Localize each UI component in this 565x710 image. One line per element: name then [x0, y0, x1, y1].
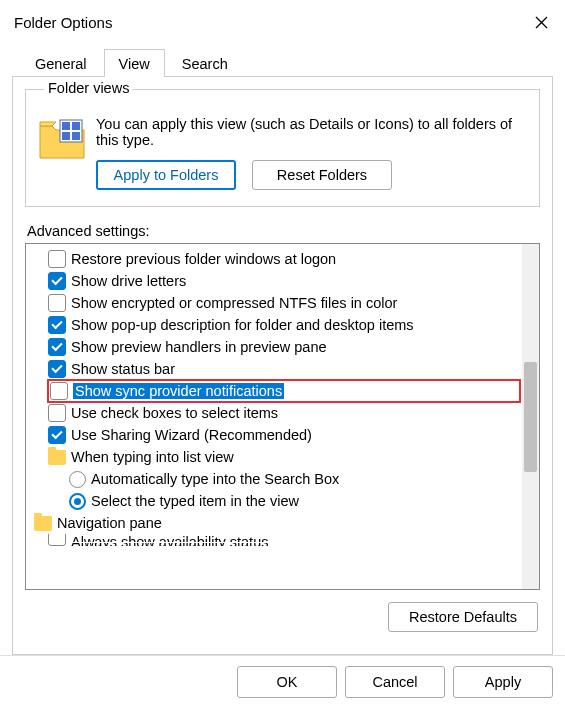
advanced-settings-tree[interactable]: Restore previous folder windows at logon… [25, 243, 540, 590]
radio[interactable] [69, 471, 86, 488]
tree-item-label: Use check boxes to select items [71, 405, 278, 421]
tree-item[interactable]: Use check boxes to select items [48, 402, 520, 424]
svg-rect-1 [62, 122, 70, 130]
tab-panel-view: Folder views Yo [12, 77, 553, 655]
cutoff-label: Always show availability status [71, 534, 268, 546]
radio[interactable] [69, 493, 86, 510]
apply-button[interactable]: Apply [453, 666, 553, 698]
cutoff-row[interactable]: Always show availability status [48, 534, 520, 546]
tree-item[interactable]: When typing into list view [48, 446, 520, 468]
tree-item[interactable]: Show status bar [48, 358, 520, 380]
svg-rect-3 [62, 132, 70, 140]
advanced-settings-label: Advanced settings: [27, 223, 540, 239]
svg-rect-4 [72, 132, 80, 140]
tree-item-label: Show preview handlers in preview pane [71, 339, 327, 355]
tree-item[interactable]: Show pop-up description for folder and d… [48, 314, 520, 336]
tab-view[interactable]: View [104, 49, 165, 77]
checkbox[interactable] [50, 382, 68, 400]
folder-icon [34, 516, 52, 531]
titlebar: Folder Options [0, 0, 565, 44]
restore-defaults-button[interactable]: Restore Defaults [388, 602, 538, 632]
checkbox[interactable] [48, 272, 66, 290]
content: General View Search Folder views [0, 44, 565, 655]
tree-item-label: Show status bar [71, 361, 175, 377]
tab-search[interactable]: Search [167, 49, 243, 77]
tab-strip: General View Search [12, 48, 553, 77]
tree-item-label: Show encrypted or compressed NTFS files … [71, 295, 397, 311]
folder-views-inner: You can apply this view (such as Details… [38, 116, 527, 190]
tree-item-label: Restore previous folder windows at logon [71, 251, 336, 267]
tree-item[interactable]: Automatically type into the Search Box [48, 468, 520, 490]
checkbox[interactable] [48, 316, 66, 334]
tree-item-label: Select the typed item in the view [91, 493, 299, 509]
checkbox[interactable] [48, 360, 66, 378]
tree-item[interactable]: Select the typed item in the view [48, 490, 520, 512]
checkbox[interactable] [48, 250, 66, 268]
tab-general[interactable]: General [20, 49, 102, 77]
tree-item-label: When typing into list view [71, 449, 234, 465]
folder-views-icon [38, 118, 86, 166]
checkbox[interactable] [48, 338, 66, 356]
tree-item-label: Show pop-up description for folder and d… [71, 317, 414, 333]
navigation-pane-node[interactable]: Navigation pane [30, 512, 520, 534]
tree-item[interactable]: Restore previous folder windows at logon [48, 248, 520, 270]
tree-item-label: Show drive letters [71, 273, 186, 289]
tree-item-label: Automatically type into the Search Box [91, 471, 339, 487]
checkbox[interactable] [48, 404, 66, 422]
cancel-button[interactable]: Cancel [345, 666, 445, 698]
restore-defaults-row: Restore Defaults [25, 590, 540, 638]
folder-views-group: Folder views Yo [25, 89, 540, 207]
apply-to-folders-button[interactable]: Apply to Folders [96, 160, 236, 190]
checkbox[interactable] [48, 294, 66, 312]
tree-inner: Restore previous folder windows at logon… [26, 244, 522, 589]
tree-item[interactable]: Show preview handlers in preview pane [48, 336, 520, 358]
ok-button[interactable]: OK [237, 666, 337, 698]
navigation-pane-label: Navigation pane [57, 515, 162, 531]
tree-item[interactable]: Show drive letters [48, 270, 520, 292]
tree-item-label: Show sync provider notifications [73, 383, 284, 399]
scrollbar[interactable] [522, 244, 539, 589]
tree-item-label: Use Sharing Wizard (Recommended) [71, 427, 312, 443]
folder-icon [48, 450, 66, 465]
checkbox[interactable] [48, 534, 66, 546]
close-button[interactable] [521, 8, 561, 36]
folder-views-legend: Folder views [44, 80, 133, 96]
window-title: Folder Options [14, 14, 521, 31]
tree-item[interactable]: Use Sharing Wizard (Recommended) [48, 424, 520, 446]
svg-rect-2 [72, 122, 80, 130]
dialog-footer: OK Cancel Apply [0, 655, 565, 710]
scrollbar-thumb[interactable] [524, 362, 537, 472]
folder-views-desc: You can apply this view (such as Details… [96, 116, 527, 148]
close-icon [535, 16, 548, 29]
checkbox[interactable] [48, 426, 66, 444]
reset-folders-button[interactable]: Reset Folders [252, 160, 392, 190]
folder-views-buttons: Apply to Folders Reset Folders [96, 160, 527, 190]
folder-views-right: You can apply this view (such as Details… [96, 116, 527, 190]
folder-options-dialog: Folder Options General View Search Folde… [0, 0, 565, 710]
tree-item[interactable]: Show sync provider notifications [48, 380, 520, 402]
tree-item[interactable]: Show encrypted or compressed NTFS files … [48, 292, 520, 314]
